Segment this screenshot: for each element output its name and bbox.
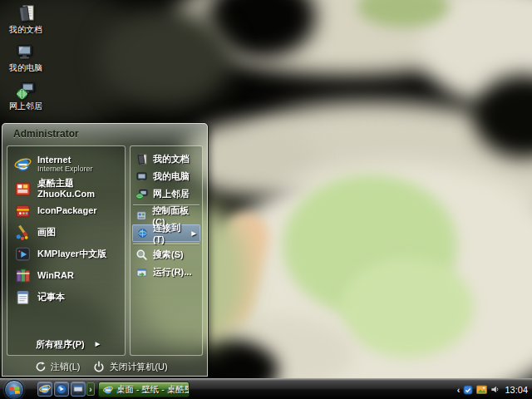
notepad-icon (14, 288, 32, 306)
kmplayer-icon (14, 245, 32, 263)
zhuoku-theme-icon (14, 180, 32, 198)
logoff-label: 注销(L) (51, 361, 80, 373)
my-documents-icon (135, 153, 148, 165)
program-label: 记事本 (37, 292, 65, 303)
shutdown-button[interactable]: 关闭计算机(U) (93, 361, 167, 373)
start-menu-item-iconpackager[interactable]: IconPackager (7, 200, 125, 221)
system-tray: ‹ 13:04 (457, 379, 532, 399)
iconpackager-icon (14, 202, 32, 219)
media-player-icon (56, 383, 67, 395)
program-label: Internet (37, 155, 71, 165)
connect-to-globe-icon (137, 227, 148, 239)
quick-launch-expand-chevron[interactable]: › (86, 382, 95, 396)
quick-launch-internet-explorer[interactable] (37, 382, 52, 397)
my-computer-icon (15, 42, 37, 63)
control-panel-icon (135, 209, 147, 222)
start-menu-item-search[interactable]: 搜索(S) (131, 246, 202, 264)
internet-explorer-icon (103, 385, 113, 395)
desktop: 我的文档 我的电脑 网上邻居 Administrator (0, 0, 532, 399)
place-label: 网上邻居 (153, 188, 190, 200)
place-label: 我的电脑 (153, 170, 190, 183)
run-icon (135, 266, 148, 278)
desktop-icon-network-places[interactable]: 网上邻居 (2, 80, 50, 111)
program-label: 桌酷主题ZhuoKu.Com (37, 178, 120, 199)
desktop-icon-label: 我的文档 (2, 26, 50, 35)
network-places-icon (15, 80, 37, 101)
start-menu-item-zhuoku-theme[interactable]: 桌酷主题ZhuoKu.Com (7, 178, 125, 200)
start-menu-item-run[interactable]: 运行(R)... (131, 264, 202, 281)
power-icon (93, 361, 105, 372)
start-menu-username: Administrator (2, 123, 208, 145)
desktop-icon-label: 网上邻居 (2, 102, 50, 111)
program-sublabel: Internet Explorer (37, 165, 93, 173)
desktop-icon-label: 我的电脑 (2, 64, 50, 73)
my-documents-icon (15, 3, 37, 25)
quick-launch-media-player[interactable] (54, 382, 69, 397)
start-menu-item-my-documents[interactable]: 我的文档 (131, 150, 202, 168)
tray-image-viewer-icon[interactable] (476, 385, 487, 395)
start-menu-item-network-places[interactable]: 网上邻居 (131, 185, 202, 203)
program-label: KMPlayer中文版 (37, 249, 106, 259)
chevron-glyph: › (89, 385, 91, 394)
all-programs-label: 所有程序(P) (36, 338, 85, 351)
start-menu-item-connect-to[interactable]: 连接到(T) ▶ (132, 224, 200, 242)
start-button[interactable] (4, 380, 24, 399)
logoff-button[interactable]: 注销(L) (35, 361, 80, 373)
taskbar-task-ie-wallpaper-window[interactable]: 桌面 - 壁纸 - 桌酷壁... (98, 382, 190, 397)
start-menu-programs-panel: Internet Internet Explorer 桌酷主题ZhuoKu.Co… (7, 145, 126, 356)
program-label: IconPackager (37, 205, 97, 216)
start-menu: Administrator Internet Internet Explorer (2, 123, 208, 377)
internet-explorer-icon (39, 383, 51, 395)
program-label: WinRAR (37, 270, 74, 281)
start-menu-item-notepad[interactable]: 记事本 (7, 286, 125, 308)
start-menu-item-kmplayer[interactable]: KMPlayer中文版 (7, 243, 125, 264)
program-label: 画图 (37, 227, 56, 238)
taskbar-clock[interactable]: 13:04 (505, 385, 528, 395)
internet-explorer-icon (14, 155, 32, 173)
windows-logo-icon (9, 385, 20, 396)
logoff-icon (35, 361, 47, 372)
start-menu-item-winrar[interactable]: WinRAR (7, 264, 125, 286)
winrar-icon (14, 267, 32, 284)
start-menu-footer: 注销(L) 关闭计算机(U) (2, 357, 208, 377)
tray-collapse-chevron[interactable]: ‹ (457, 385, 461, 395)
place-label: 运行(R)... (153, 266, 191, 278)
show-desktop-icon (72, 383, 84, 395)
start-menu-body: Internet Internet Explorer 桌酷主题ZhuoKu.Co… (7, 145, 203, 356)
submenu-arrow-icon: ▶ (192, 230, 198, 237)
start-menu-item-internet[interactable]: Internet Internet Explorer (7, 150, 125, 178)
place-label: 连接到(T) (153, 222, 187, 244)
tray-volume-icon[interactable] (490, 385, 500, 394)
task-button-label: 桌面 - 壁纸 - 桌酷壁... (116, 384, 190, 396)
desktop-icon-my-documents[interactable]: 我的文档 (2, 3, 50, 35)
shutdown-label: 关闭计算机(U) (109, 361, 167, 373)
quick-launch-show-desktop[interactable] (71, 382, 86, 397)
place-label: 搜索(S) (153, 249, 184, 261)
start-menu-item-my-computer[interactable]: 我的电脑 (131, 168, 202, 185)
desktop-icon-my-computer[interactable]: 我的电脑 (2, 42, 50, 73)
network-places-icon (135, 188, 148, 200)
search-icon (135, 249, 148, 261)
taskbar: › 桌面 - 壁纸 - 桌酷壁... ‹ (0, 378, 532, 399)
all-programs-button[interactable]: 所有程序(P) ▶ (7, 336, 125, 352)
start-menu-places-panel: 我的文档 我的电脑 (130, 145, 203, 356)
my-computer-icon (135, 170, 148, 183)
submenu-arrow-icon: ▶ (96, 341, 100, 347)
start-menu-item-paint[interactable]: 画图 (7, 221, 125, 243)
place-label: 我的文档 (153, 153, 190, 165)
tray-messenger-icon[interactable] (463, 385, 473, 395)
paint-icon (14, 224, 32, 241)
